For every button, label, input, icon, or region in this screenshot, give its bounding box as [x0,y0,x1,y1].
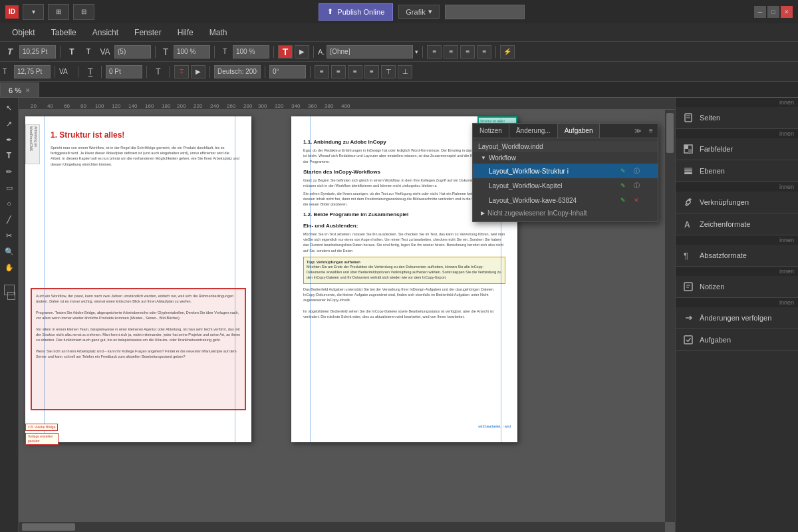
hscroll-thumb[interactable] [22,523,75,531]
menu-tabelle[interactable]: Tabelle [45,25,83,40]
align-justify2-btn[interactable]: ≡ [364,65,379,78]
rp-zeichenformate[interactable]: A Zeichenformate [676,213,798,235]
rect-tool-btn[interactable]: ▭ [2,180,17,195]
align-left2-btn[interactable]: ≡ [315,65,329,78]
percent2-input[interactable] [233,45,269,59]
rp-section-paraformats: ¶ Absatzformate [676,245,798,267]
text-tool-btn[interactable]: T [2,148,17,163]
panel-expand-btn[interactable]: ≫ [631,124,644,138]
rp-seiten-label: Seiten [700,114,720,122]
font-size-input2[interactable] [14,65,51,78]
rp-seiten[interactable]: Seiten [676,107,798,128]
canvas-area[interactable]: 20 40 60 80 100 120 140 160 180 200 220 … [19,98,675,532]
align-bottom-btn[interactable]: ⊥ [398,65,412,78]
rp-verknuepfungen[interactable]: Verknüpfungen [676,192,798,213]
item2-edit-icon[interactable]: ✎ [618,180,628,191]
align-right2-btn[interactable]: ≡ [348,65,362,78]
vertical-scrollbar[interactable] [665,110,675,522]
swatches-icon [682,143,694,155]
tab-aenderungen[interactable]: Änderung... [509,124,558,138]
tab-notizen[interactable]: Notizen [473,124,509,138]
svg-text:A: A [684,220,690,229]
panel-item-2[interactable]: Layout_Workflow-Kapitel ✎ ⓘ [473,178,658,193]
tab-aufgaben[interactable]: Aufgaben [558,124,600,138]
align-center-btn[interactable]: ≡ [444,45,458,59]
minimize-button[interactable]: ─ [754,6,766,18]
rp-notizen[interactable]: Notizen [676,276,798,297]
item3-delete-icon[interactable]: ✕ [631,195,642,205]
char-formats-icon: A [682,218,694,230]
text-style-btn[interactable]: ▶ [191,65,205,78]
app-menu-btn[interactable]: ▾ [23,4,44,20]
menu-math[interactable]: Math [203,25,234,40]
rp-absatzformate[interactable]: ¶ Absatzformate [676,245,798,266]
layout-btn1[interactable]: ⊞ [48,4,69,20]
chevron-down-icon[interactable]: ▾ [415,49,418,55]
select-tool-btn[interactable]: ↖ [2,100,17,115]
percent1-input[interactable] [174,45,210,59]
align-top-btn[interactable]: ⊤ [381,65,396,78]
pen-tool-btn[interactable]: ✒ [2,132,17,147]
tab-close-btn[interactable]: ✕ [25,87,31,94]
maximize-button[interactable]: □ [767,6,779,18]
align-justify-btn[interactable]: ≡ [477,45,491,59]
panel-menu-btn[interactable]: ≡ [644,124,658,138]
item1-label: Layout_Workflow-Struktur i [489,168,569,175]
close-button[interactable]: ✕ [781,6,793,18]
item1-info-icon[interactable]: ⓘ [631,166,642,176]
vscroll-thumb[interactable] [666,113,674,153]
rp-aufgaben[interactable]: Aufgaben [676,329,798,350]
horizontal-scrollbar[interactable] [19,522,665,532]
pencil-tool-btn[interactable]: ✏ [2,164,17,179]
size-icon2: T [3,68,12,75]
rp-farbfelder[interactable]: Farbfelder [676,138,798,160]
ellipse-tool-btn[interactable]: ○ [2,196,17,211]
unassigned-section[interactable]: ▶ Nicht zugewiesener InCopy-Inhalt [473,207,658,219]
font-size-input1[interactable]: 10,25 Pt [19,45,56,59]
search-input[interactable] [445,5,525,19]
font-style-select[interactable]: [Ohne] [327,45,413,59]
rp-ebenen-label: Ebenen [700,167,725,175]
rp-section-track: Änderungen verfolgen [676,307,798,329]
publish-online-button[interactable]: ⬆ Publish Online [319,3,393,21]
tab-document[interactable]: 6 % ✕ [0,82,39,97]
align-left-btn[interactable]: ≡ [427,45,442,59]
panel-workflow-group[interactable]: ▼ Workflow [473,152,658,164]
zoom-btn[interactable]: 🔍 [2,244,17,259]
grafik-dropdown[interactable]: Grafik ▾ [398,5,439,19]
menu-ansicht[interactable]: Ansicht [86,25,125,40]
page2-h4: Ein- und Ausblenden: [303,222,505,229]
menu-objekt[interactable]: Objekt [5,25,42,40]
text-flow-btn[interactable]: ▶ [295,45,309,59]
pt-input[interactable] [106,65,142,78]
stroke-color[interactable] [7,292,15,300]
ruler-tick: 280 [243,103,252,109]
panel-item-1[interactable]: Layout_Workflow-Struktur i ✎ ⓘ [473,164,658,178]
item3-edit-icon[interactable]: ✎ [618,195,628,205]
lightning-btn[interactable]: ⚡ [500,45,515,59]
hand-btn[interactable]: ✋ [2,260,17,275]
panel-item-3[interactable]: Layout_Workflow-kave-63824 ✎ ✕ [473,193,658,207]
item1-edit-icon[interactable]: ✎ [618,166,628,176]
align-center2-btn[interactable]: ≡ [331,65,346,78]
lang-input[interactable] [214,65,261,78]
rp-aenderungen[interactable]: Änderungen verfolgen [676,307,798,329]
text-mode-btn[interactable]: T [278,45,293,59]
ruler-tick: 140 [128,103,137,109]
strikethrough-btn[interactable]: T̶ [174,65,189,78]
scissors-btn[interactable]: ✂ [2,228,17,243]
rp-ebenen[interactable]: Ebenen [676,160,798,182]
title-bar-left: ID ▾ ⊞ ⊟ [5,4,94,20]
menu-fenster[interactable]: Fenster [128,25,168,40]
item2-info-icon[interactable]: ⓘ [631,180,642,191]
val5-input[interactable] [114,45,151,59]
layout-btn2[interactable]: ⊟ [73,4,94,20]
ruler-tick: 400 [341,103,350,109]
sep2-1 [55,66,55,78]
page1-main: 1. Struktur ist alles! Spricht man von e… [51,130,239,167]
angle-input[interactable] [269,65,306,78]
direct-select-btn[interactable]: ↗ [2,116,17,131]
line-tool-btn[interactable]: ╱ [2,212,17,227]
menu-hilfe[interactable]: Hilfe [171,25,200,40]
align-right-btn[interactable]: ≡ [460,45,475,59]
